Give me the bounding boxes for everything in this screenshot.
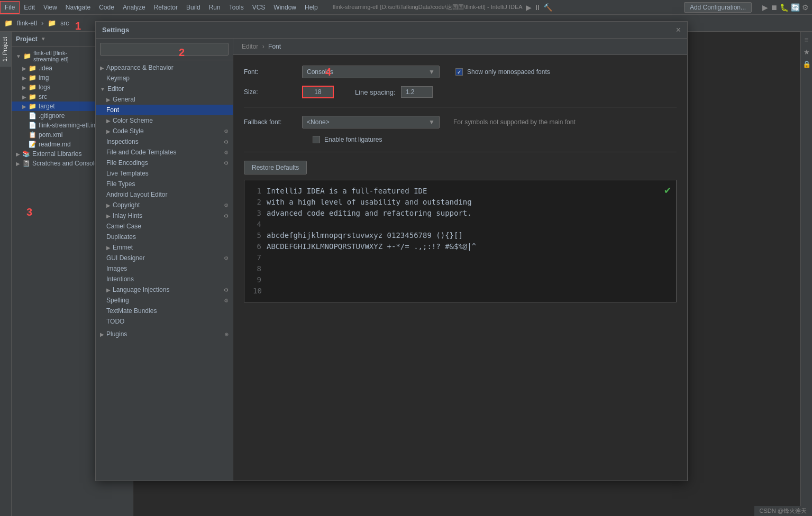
src-arrow: ▶ <box>22 94 26 100</box>
langinjections-label: Language Injections <box>113 286 169 293</box>
settings-language-injections[interactable]: ▶ Language Injections ⚙ <box>96 284 233 295</box>
duplicates-label: Duplicates <box>106 233 136 241</box>
add-config-button[interactable]: Add Configuration... <box>684 2 752 13</box>
img-label: img <box>39 74 49 81</box>
fileencodings-badge: ⚙ <box>224 160 229 166</box>
right-side-tabs: ≡ ★ 🔒 <box>800 32 812 516</box>
plugins-arrow: ▶ <box>100 331 104 337</box>
line-spacing-input[interactable] <box>401 86 433 98</box>
settings-file-encodings[interactable]: File Encodings ⚙ <box>96 158 233 168</box>
settings-keymap[interactable]: Keymap <box>96 73 233 84</box>
separator <box>244 107 677 107</box>
livetemplates-label: Live Templates <box>106 170 149 177</box>
menu-vcs[interactable]: VCS <box>248 2 270 13</box>
preview-line-3: 3 advanced code editing and refactoring … <box>253 208 668 219</box>
settings-code-style[interactable]: ▶ Code Style ⚙ <box>96 126 233 136</box>
settings-file-types[interactable]: File Types <box>96 179 233 189</box>
settings-live-templates[interactable]: Live Templates <box>96 168 233 179</box>
structure-tab-icon[interactable]: ≡ <box>805 36 809 44</box>
scratch-icon: 📓 <box>22 160 30 167</box>
appearance-arrow: ▶ <box>100 65 104 71</box>
preview-line-4: 4 <box>253 219 668 230</box>
menu-tools[interactable]: Tools <box>225 2 248 13</box>
menu-run[interactable]: Run <box>205 2 225 13</box>
idea-icon: 📁 <box>29 64 37 72</box>
show-mono-checkbox[interactable] <box>455 68 463 76</box>
settings-copyright[interactable]: ▶ Copyright ⚙ <box>96 200 233 210</box>
dialog-titlebar: Settings × <box>96 22 687 39</box>
restore-defaults-button[interactable]: Restore Defaults <box>244 161 307 174</box>
breadcrumb-font: Font <box>268 43 281 50</box>
settings-images[interactable]: Images <box>96 263 233 274</box>
menu-file[interactable]: File <box>0 1 20 14</box>
settings-inspections[interactable]: Inspections ⚙ <box>96 136 233 147</box>
show-mono-row: Show only monospaced fonts <box>455 68 550 76</box>
target-icon: 📁 <box>29 103 37 110</box>
settings-font[interactable]: Font <box>96 105 233 115</box>
menu-code[interactable]: Code <box>95 2 118 13</box>
gitignore-label: .gitignore <box>39 112 65 119</box>
size-input[interactable] <box>302 86 334 98</box>
idea-arrow: ▶ <box>22 66 26 71</box>
side-tab-project[interactable]: 1: Project <box>0 32 11 67</box>
pom-label: pom.xml <box>39 131 62 139</box>
breadcrumb-src-icon: 📁 <box>48 19 56 27</box>
separator2 <box>244 152 677 152</box>
menu-view[interactable]: View <box>39 2 61 13</box>
settings-plugins[interactable]: ▶ Plugins ⊕ <box>96 329 233 339</box>
editor-arrow: ▼ <box>100 86 105 92</box>
line-num-5: 5 <box>253 230 261 241</box>
settings-editor[interactable]: ▼ Editor <box>96 84 233 94</box>
line-num-10: 10 <box>253 285 262 297</box>
settings-duplicates[interactable]: Duplicates <box>96 232 233 242</box>
breadcrumb-sep: › <box>41 19 43 27</box>
menu-help[interactable]: Help <box>300 2 322 13</box>
menu-analyze[interactable]: Analyze <box>118 2 150 13</box>
dialog-close-button[interactable]: × <box>676 25 681 35</box>
settings-tree: ▶ Appearance & Behavior Keymap ▼ Editor … <box>96 60 233 481</box>
font-dropdown[interactable]: Consolas ▼ <box>302 66 440 78</box>
line-text-5: abcdefghijklmnopqrstuvwxyz 0123456789 ()… <box>267 230 463 241</box>
preview-line-10: 10 <box>253 285 668 297</box>
inlayhints-label: Inlay Hints <box>113 212 142 219</box>
settings-inlay-hints[interactable]: ▶ Inlay Hints ⚙ <box>96 210 233 221</box>
settings-gui-designer[interactable]: GUI Designer ⚙ <box>96 253 233 263</box>
settings-todo[interactable]: TODO <box>96 316 233 327</box>
menu-refactor[interactable]: Refactor <box>150 2 182 13</box>
menu-edit[interactable]: Edit <box>20 2 39 13</box>
settings-camel-case[interactable]: Camel Case <box>96 221 233 232</box>
settings-spelling[interactable]: Spelling ⚙ <box>96 295 233 306</box>
settings-emmet[interactable]: ▶ Emmet <box>96 242 233 253</box>
fileencodings-label: File Encodings <box>106 159 148 167</box>
line-num-6: 6 <box>253 241 261 252</box>
fallback-font-dropdown[interactable]: <None> ▼ <box>302 116 440 128</box>
preview-line-5: 5 abcdefghijklmnopqrstuvwxyz 0123456789 … <box>253 230 668 241</box>
line-num-2: 2 <box>253 197 261 208</box>
settings-appearance[interactable]: ▶ Appearance & Behavior <box>96 62 233 73</box>
settings-search-input[interactable] <box>100 43 229 56</box>
preview-line-6: 6 ABCDEFGHIJKLMNOPQRSTUVWXYZ +-*/= .,;:!… <box>253 241 668 252</box>
font-value: Consolas <box>307 68 333 76</box>
breadcrumb-project: flink-etl <box>17 20 37 27</box>
settings-android-layout[interactable]: Android Layout Editor <box>96 189 233 200</box>
settings-general[interactable]: ▶ General <box>96 94 233 105</box>
menu-navigate[interactable]: Navigate <box>61 2 95 13</box>
panel-dropdown-icon[interactable]: ▼ <box>41 36 46 42</box>
settings-textmate[interactable]: TextMate Bundles <box>96 306 233 316</box>
menu-build[interactable]: Build <box>182 2 205 13</box>
ligatures-checkbox[interactable] <box>313 136 320 143</box>
androidlayout-label: Android Layout Editor <box>106 191 167 198</box>
ligatures-row: Enable font ligatures <box>244 136 677 143</box>
pom-icon: 📋 <box>29 131 37 139</box>
settings-file-code-templates[interactable]: File and Code Templates ⚙ <box>96 147 233 158</box>
inspections-label: Inspections <box>106 138 139 145</box>
scratch-arrow: ▶ <box>16 161 20 167</box>
persistence-tab-icon[interactable]: 🔒 <box>802 60 811 68</box>
favorites-tab-icon[interactable]: ★ <box>804 48 810 56</box>
line-num-4: 4 <box>253 219 261 230</box>
todo-label: TODO <box>106 318 124 325</box>
settings-color-scheme[interactable]: ▶ Color Scheme <box>96 115 233 126</box>
menu-window[interactable]: Window <box>269 2 300 13</box>
settings-intentions[interactable]: Intentions <box>96 274 233 284</box>
iml-label: flink-streaming-etl.iml <box>39 122 98 129</box>
